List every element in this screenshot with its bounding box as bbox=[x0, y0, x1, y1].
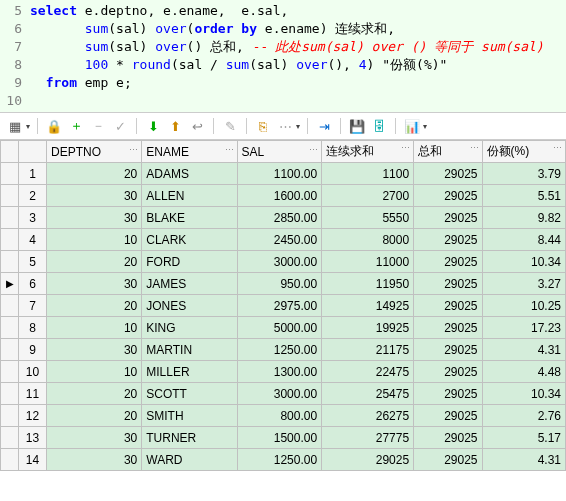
cell[interactable]: CLARK bbox=[142, 229, 237, 251]
row-number[interactable]: 9 bbox=[19, 339, 47, 361]
cell[interactable]: 2.76 bbox=[482, 405, 565, 427]
table-row[interactable]: 1120SCOTT3000.00254752902510.34 bbox=[1, 383, 566, 405]
edit-icon[interactable]: ✎ bbox=[221, 117, 239, 135]
cell[interactable]: 29025 bbox=[414, 163, 482, 185]
cell[interactable]: 2975.00 bbox=[237, 295, 322, 317]
cell[interactable]: 10.25 bbox=[482, 295, 565, 317]
row-number[interactable]: 7 bbox=[19, 295, 47, 317]
check-icon[interactable]: ✓ bbox=[111, 117, 129, 135]
dots-icon[interactable]: ⋯ bbox=[276, 117, 294, 135]
cell[interactable]: MARTIN bbox=[142, 339, 237, 361]
cell[interactable]: 1600.00 bbox=[237, 185, 322, 207]
lock-icon[interactable]: 🔒 bbox=[45, 117, 63, 135]
cell[interactable]: 30 bbox=[47, 207, 142, 229]
cell[interactable]: 1300.00 bbox=[237, 361, 322, 383]
cell[interactable]: 1100 bbox=[322, 163, 414, 185]
cell[interactable]: 1100.00 bbox=[237, 163, 322, 185]
cell[interactable]: BLAKE bbox=[142, 207, 237, 229]
cell[interactable]: 800.00 bbox=[237, 405, 322, 427]
cell[interactable]: ALLEN bbox=[142, 185, 237, 207]
table-row[interactable]: 1220SMITH800.0026275290252.76 bbox=[1, 405, 566, 427]
cell[interactable]: 29025 bbox=[414, 449, 482, 471]
cell[interactable]: MILLER bbox=[142, 361, 237, 383]
code-text[interactable]: 100 * round(sal / sum(sal) over(), 4) "份… bbox=[30, 56, 447, 74]
cell[interactable]: 10 bbox=[47, 317, 142, 339]
db-icon[interactable]: 🗄 bbox=[370, 117, 388, 135]
cell[interactable]: 30 bbox=[47, 449, 142, 471]
cell[interactable]: 3.79 bbox=[482, 163, 565, 185]
row-number[interactable]: 4 bbox=[19, 229, 47, 251]
cell[interactable]: JONES bbox=[142, 295, 237, 317]
cell[interactable]: 29025 bbox=[414, 361, 482, 383]
cell[interactable]: 20 bbox=[47, 251, 142, 273]
row-number[interactable]: 8 bbox=[19, 317, 47, 339]
cell[interactable]: SMITH bbox=[142, 405, 237, 427]
row-number[interactable]: 2 bbox=[19, 185, 47, 207]
cell[interactable]: 1250.00 bbox=[237, 449, 322, 471]
table-row[interactable]: 1430WARD1250.0029025290254.31 bbox=[1, 449, 566, 471]
cell[interactable]: WARD bbox=[142, 449, 237, 471]
cell[interactable]: 19925 bbox=[322, 317, 414, 339]
cell[interactable]: 29025 bbox=[414, 295, 482, 317]
column-header[interactable]: DEPTNO⋯ bbox=[47, 141, 142, 163]
cell[interactable]: 26275 bbox=[322, 405, 414, 427]
cell[interactable]: 29025 bbox=[414, 339, 482, 361]
cell[interactable]: SCOTT bbox=[142, 383, 237, 405]
cell[interactable]: 10.34 bbox=[482, 383, 565, 405]
cell[interactable]: FORD bbox=[142, 251, 237, 273]
cell[interactable]: 27775 bbox=[322, 427, 414, 449]
cell[interactable]: 14925 bbox=[322, 295, 414, 317]
plus-icon[interactable]: ＋ bbox=[67, 117, 85, 135]
cell[interactable]: 17.23 bbox=[482, 317, 565, 339]
minus-icon[interactable]: － bbox=[89, 117, 107, 135]
cell[interactable]: KING bbox=[142, 317, 237, 339]
row-number[interactable]: 3 bbox=[19, 207, 47, 229]
table-row[interactable]: 520FORD3000.00110002902510.34 bbox=[1, 251, 566, 273]
cell[interactable]: 1500.00 bbox=[237, 427, 322, 449]
code-text[interactable]: sum(sal) over() 总和, -- 此处sum(sal) over (… bbox=[30, 38, 544, 56]
column-header[interactable]: 连续求和⋯ bbox=[322, 141, 414, 163]
cell[interactable]: 11000 bbox=[322, 251, 414, 273]
cell[interactable]: 10.34 bbox=[482, 251, 565, 273]
copy-icon[interactable]: ⎘ bbox=[254, 117, 272, 135]
cell[interactable]: 29025 bbox=[414, 273, 482, 295]
row-number[interactable]: 6 bbox=[19, 273, 47, 295]
cell[interactable]: 5.17 bbox=[482, 427, 565, 449]
cell[interactable]: 3000.00 bbox=[237, 383, 322, 405]
cell[interactable]: 4.48 bbox=[482, 361, 565, 383]
row-number[interactable]: 10 bbox=[19, 361, 47, 383]
cell[interactable]: 21175 bbox=[322, 339, 414, 361]
cell[interactable]: TURNER bbox=[142, 427, 237, 449]
cell[interactable]: 3.27 bbox=[482, 273, 565, 295]
cell[interactable]: 29025 bbox=[414, 317, 482, 339]
up-arrow-icon[interactable]: ⬆ bbox=[166, 117, 184, 135]
cell[interactable]: 5550 bbox=[322, 207, 414, 229]
table-row[interactable]: 120ADAMS1100.001100290253.79 bbox=[1, 163, 566, 185]
cell[interactable]: ADAMS bbox=[142, 163, 237, 185]
cell[interactable]: 30 bbox=[47, 185, 142, 207]
cell[interactable]: 29025 bbox=[414, 405, 482, 427]
cell[interactable]: 1250.00 bbox=[237, 339, 322, 361]
cell[interactable]: 2700 bbox=[322, 185, 414, 207]
column-header[interactable]: SAL⋯ bbox=[237, 141, 322, 163]
row-number[interactable]: 14 bbox=[19, 449, 47, 471]
row-number[interactable]: 1 bbox=[19, 163, 47, 185]
code-text[interactable]: sum(sal) over(order by e.ename) 连续求和, bbox=[30, 20, 395, 38]
cell[interactable]: 29025 bbox=[414, 251, 482, 273]
row-number[interactable]: 11 bbox=[19, 383, 47, 405]
cell[interactable]: 25475 bbox=[322, 383, 414, 405]
result-grid[interactable]: DEPTNO⋯ENAME⋯SAL⋯连续求和⋯总和⋯份额(%)⋯120ADAMS1… bbox=[0, 140, 566, 471]
chart-icon[interactable]: 📊 bbox=[403, 117, 421, 135]
table-row[interactable]: 720JONES2975.00149252902510.25 bbox=[1, 295, 566, 317]
cell[interactable]: 11950 bbox=[322, 273, 414, 295]
save-icon[interactable]: 💾 bbox=[348, 117, 366, 135]
column-header[interactable]: ENAME⋯ bbox=[142, 141, 237, 163]
cell[interactable]: 8000 bbox=[322, 229, 414, 251]
cell[interactable]: 5.51 bbox=[482, 185, 565, 207]
cell[interactable]: 29025 bbox=[414, 427, 482, 449]
sql-editor[interactable]: 5select e.deptno, e.ename, e.sal,6 sum(s… bbox=[0, 0, 566, 113]
table-row[interactable]: 230ALLEN1600.002700290255.51 bbox=[1, 185, 566, 207]
table-row[interactable]: ▶630JAMES950.0011950290253.27 bbox=[1, 273, 566, 295]
cell[interactable]: 29025 bbox=[414, 185, 482, 207]
cell[interactable]: 2850.00 bbox=[237, 207, 322, 229]
